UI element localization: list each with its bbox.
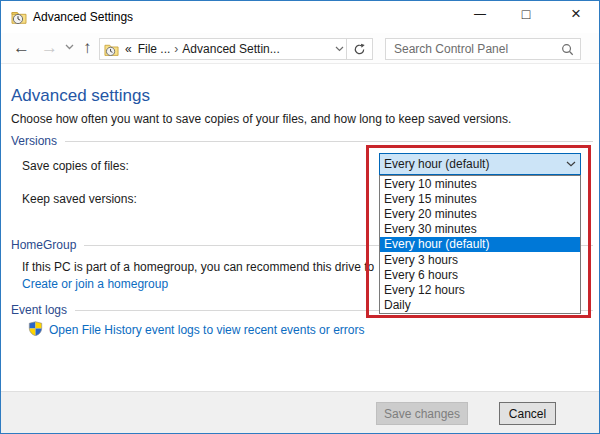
file-history-icon [11,9,27,25]
dropdown-option[interactable]: Every 3 hours [380,252,580,267]
search-input[interactable] [392,41,561,57]
close-button[interactable]: × [559,1,593,27]
uac-shield-icon [28,321,43,336]
close-icon: × [571,4,581,23]
page-title: Advanced settings [11,86,150,106]
up-icon: ↑ [83,38,92,57]
breadcrumb-current[interactable]: Advanced Settin... [179,42,282,56]
versions-section-label: Versions [11,134,57,148]
dropdown-option[interactable]: Every 15 minutes [380,191,580,206]
recent-pages-button[interactable] [65,44,74,50]
search-icon[interactable] [561,43,574,56]
open-event-logs-link[interactable]: Open File History event logs to view rec… [49,323,364,337]
address-file-history-icon [104,42,119,57]
navigation-toolbar: ← → ↑ « File ... › Advanced Settin... [1,33,599,64]
back-icon: ← [13,38,30,57]
versions-section-header: Versions [11,134,593,148]
cancel-button[interactable]: Cancel [499,402,556,425]
refresh-icon [353,43,366,56]
dropdown-option-highlighted[interactable]: Every hour (default) [380,237,580,252]
minimize-icon: — [474,7,486,21]
up-button[interactable]: ↑ [83,39,92,56]
page-description: Choose how often you want to save copies… [11,112,511,126]
save-frequency-select[interactable]: Every hour (default) [379,153,581,175]
breadcrumb-overflow[interactable]: « [122,42,135,56]
dropdown-option[interactable]: Every 20 minutes [380,206,580,221]
save-copies-label: Save copies of files: [22,159,129,173]
forward-button[interactable]: → [41,39,58,56]
save-frequency-option-list: Every 10 minutes Every 15 minutes Every … [379,175,581,314]
window-title: Advanced Settings [33,10,133,24]
maximize-icon: □ [522,6,530,22]
chevron-down-icon [65,44,74,50]
dropdown-option[interactable]: Every 12 hours [380,283,580,298]
save-frequency-selected-value: Every hour (default) [384,157,566,171]
forward-icon: → [41,38,58,57]
keep-saved-versions-label: Keep saved versions: [22,192,137,206]
maximize-button[interactable]: □ [509,1,543,27]
select-chevron-down-icon [566,161,576,167]
save-changes-button[interactable]: Save changes [376,402,468,425]
homegroup-description: If this PC is part of a homegroup, you c… [22,260,374,274]
refresh-button[interactable] [347,38,373,60]
dropdown-option[interactable]: Daily [380,298,580,313]
dropdown-option[interactable]: Every 6 hours [380,267,580,282]
create-homegroup-link[interactable]: Create or join a homegroup [22,277,168,291]
address-dropdown-chevron-icon[interactable] [335,46,344,52]
advanced-settings-window: Advanced Settings — □ × ← → ↑ « File ...… [0,0,600,434]
section-divider [65,141,593,142]
homegroup-section-label: HomeGroup [11,238,76,252]
dropdown-option[interactable]: Every 30 minutes [380,222,580,237]
footer-bar: Save changes Cancel [1,391,599,434]
dropdown-option[interactable]: Every 10 minutes [380,176,580,191]
breadcrumb-root[interactable]: File ... [135,42,174,56]
address-bar[interactable]: « File ... › Advanced Settin... [99,38,347,60]
event-logs-section-label: Event logs [11,303,67,317]
minimize-button[interactable]: — [463,1,497,27]
titlebar: Advanced Settings — □ × [1,1,599,33]
search-box [385,38,581,60]
back-button[interactable]: ← [13,39,30,56]
